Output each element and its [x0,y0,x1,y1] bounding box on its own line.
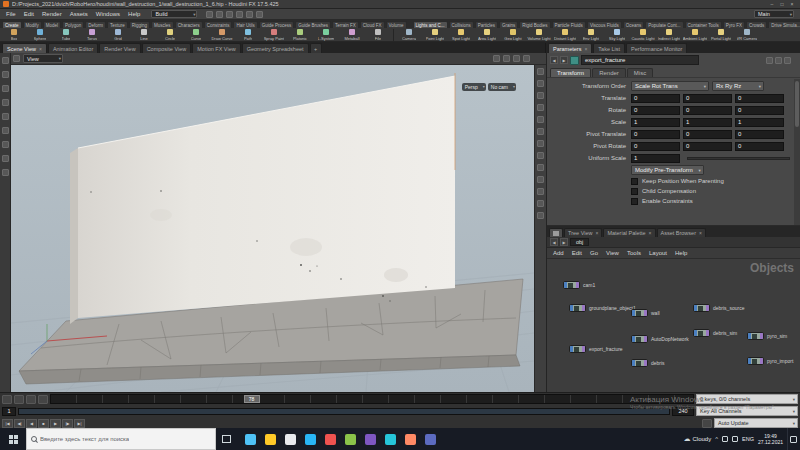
network-status-icon[interactable] [732,436,738,442]
param-value-field[interactable]: 0 [631,106,680,115]
menu-render[interactable]: Render [38,9,66,19]
shelf-tab-polygon[interactable]: Polygon [62,21,84,28]
side-toolbar-1-icon[interactable] [2,57,9,64]
shelf-tab-guide-brushes[interactable]: Guide Brushes [295,21,331,28]
node-select-flag[interactable] [632,336,635,342]
node-display-flag[interactable] [582,346,585,352]
pane-tab-motion-fx-view[interactable]: Motion FX View [192,43,240,53]
node-body[interactable] [693,329,710,337]
shelf-tab-populate-cont[interactable]: Populate Cont... [645,21,683,28]
shelf-tool-caustic-light[interactable]: Caustic Light [630,28,656,41]
parameter-header-2-icon[interactable] [775,57,782,64]
node-debris-source[interactable]: debris_source [693,304,710,312]
go-to-start-button[interactable]: |◀ [2,419,13,428]
shelf-tab-deform[interactable]: Deform [85,21,106,28]
keys-channels-dropdown[interactable]: 0 keys, 0/0 channels [696,394,798,404]
display-option-5-icon[interactable] [537,116,544,123]
shelf-tool-geo-light[interactable]: Geo Light [500,28,526,41]
shelf-tool-env-light[interactable]: Env Light [578,28,604,41]
side-toolbar-8-icon[interactable] [2,155,9,162]
shelf-tool-camera[interactable]: Camera [396,28,422,41]
pane-tab-take-list[interactable]: Take List [593,43,625,53]
node-export-fracture[interactable]: export_fracture [569,345,586,353]
task-view-button[interactable] [216,428,236,450]
display-option-10-icon[interactable] [537,176,544,183]
shelf-tool-sky-light[interactable]: Sky Light [604,28,630,41]
shelf-tool-vr-camera[interactable]: VR Camera [734,28,760,41]
node-display-flag[interactable] [760,358,763,364]
node-select-flag[interactable] [632,310,635,316]
close-icon[interactable]: × [595,230,598,236]
param-tab-transform[interactable]: Transform [550,68,591,77]
node-body[interactable] [569,304,586,312]
shelf-tool-draw-curve[interactable]: Draw Curve [209,28,235,41]
shelf-tab-viscous-fluids[interactable]: Viscous Fluids [587,21,622,28]
node-body[interactable] [631,309,648,317]
shelf-tool-metaball[interactable]: Metaball [339,28,365,41]
pre-transform-dropdown[interactable]: Modify Pre-Transform [631,165,704,175]
node-select-flag[interactable] [570,305,573,311]
param-value-field[interactable]: 1 [735,118,784,127]
shelf-tab-hair-utils[interactable]: Hair Utils [233,21,257,28]
pane-tab-render-view[interactable]: Render View [99,43,140,53]
new-file-icon[interactable] [206,11,213,18]
node-body[interactable] [563,281,580,289]
network-editor-tab[interactable] [549,228,563,237]
taskbar-app-5[interactable] [320,428,340,450]
shelf-tool-file[interactable]: File [365,28,391,41]
display-option-9-icon[interactable] [537,164,544,171]
node-body[interactable] [631,335,648,343]
viewport-scene[interactable]: Persp No cam [11,65,534,392]
node-body[interactable] [569,345,586,353]
pane-tab-material-palette[interactable]: Material Palette× [603,228,655,237]
shelf-tool-spot-light[interactable]: Spot Light [448,28,474,41]
node-wall[interactable]: wall [631,309,648,317]
new-pane-tab-button[interactable]: + [310,43,322,53]
parameters-scrollbar[interactable] [794,79,800,225]
viewport-option-1-icon[interactable] [493,55,500,62]
pane-tab-animation-editor[interactable]: Animation Editor [48,43,98,53]
node-body[interactable] [747,332,764,340]
display-option-7-icon[interactable] [537,140,544,147]
taskbar-app-1[interactable] [240,428,260,450]
network-menu-view[interactable]: View [602,250,623,256]
node-display-flag[interactable] [644,310,647,316]
display-option-8-icon[interactable] [537,152,544,159]
shelf-tool-area-light[interactable]: Area Light [474,28,500,41]
volume-icon[interactable] [722,436,728,442]
checkbox-keep-position-when-parenting[interactable] [631,178,638,185]
display-option-1-icon[interactable] [537,68,544,75]
node-pyro-import[interactable]: pyro_import [747,357,764,365]
side-toolbar-7-icon[interactable] [2,141,9,148]
main-desktop-dropdown[interactable]: Main [754,10,794,18]
param-value-field[interactable]: 0 [683,130,732,139]
node-cam1[interactable]: cam1 [563,281,580,289]
display-option-12-icon[interactable] [537,200,544,207]
clock[interactable]: 19:49 27.12.2021 [758,433,783,446]
shelf-tool-line[interactable]: Line [131,28,157,41]
taskbar-app-10[interactable] [420,428,440,450]
taskbar-app-8[interactable] [380,428,400,450]
language-indicator[interactable]: ENG [742,436,754,442]
parameter-header-3-icon[interactable] [784,57,791,64]
play-reverse-button[interactable]: ◀ [26,419,37,428]
viewport-option-3-icon[interactable] [513,55,520,62]
network-menu-go[interactable]: Go [586,250,602,256]
forward-arrow-icon[interactable]: ▶ [560,56,568,64]
display-option-13-icon[interactable] [537,212,544,219]
shelf-tab-volume[interactable]: Volume [386,21,407,28]
playbar-option-2-icon[interactable] [14,395,24,404]
side-toolbar-9-icon[interactable] [2,169,9,176]
taskbar-app-4[interactable] [300,428,320,450]
pane-tab-asset-browser[interactable]: Asset Browser× [657,228,706,237]
pane-tab-scene-view[interactable]: Scene View× [2,43,47,53]
menu-windows[interactable]: Windows [92,9,124,19]
shelf-tool-platonic[interactable]: Platonic [287,28,313,41]
taskbar-app-7[interactable] [360,428,380,450]
shelf-tab-model[interactable]: Model [43,21,61,28]
param-value-field[interactable]: 1 [683,118,732,127]
go-to-end-button[interactable]: ▶| [74,419,85,428]
network-menu-add[interactable]: Add [549,250,568,256]
scene-viewport[interactable]: View [11,53,546,392]
node-display-flag[interactable] [582,305,585,311]
